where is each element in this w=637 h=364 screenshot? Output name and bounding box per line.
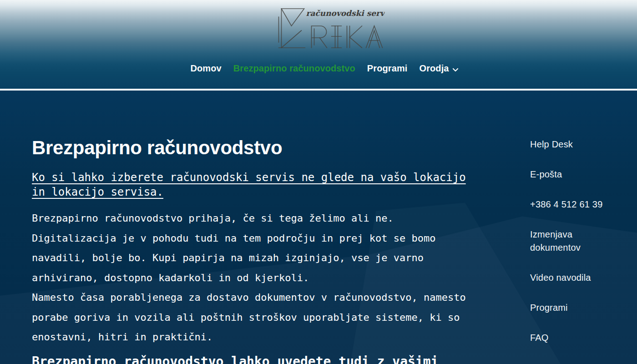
sidebar-link-faq[interactable]: FAQ [530, 331, 623, 344]
body-paragraphs: Brezpapirno računovodstvo prihaja, če si… [32, 208, 470, 347]
nav-item-orodja-label: Orodja [419, 61, 449, 75]
paragraph: Namesto časa porabljenega za dostavo dok… [32, 288, 470, 347]
nav-item-brezpapirno-racunovodstvo[interactable]: Brezpapirno računovodstvo [233, 61, 355, 75]
nav-item-programi[interactable]: Programi [367, 61, 408, 75]
paragraph: Brezpapirno računovodstvo prihaja, če si… [32, 208, 470, 288]
sidebar-link-video-navodila[interactable]: Video navodila [530, 271, 623, 284]
erika-logo-graphic: računovodski servis [278, 3, 385, 49]
sidebar-link-programi[interactable]: Programi [530, 301, 623, 314]
sidebar-link-help-desk[interactable]: Help Desk [530, 138, 623, 151]
sidebar-link-e-posta[interactable]: E-pošta [530, 168, 623, 181]
sidebar-links: Help Desk E-pošta +386 4 512 61 39 Izmen… [530, 138, 623, 361]
sidebar-link-izmenjava-dokumentov[interactable]: Izmenjava dokumentov [530, 228, 623, 254]
page-header: računovodski servis Domov Brezpapirno ra… [0, 0, 637, 89]
chevron-down-icon [452, 62, 459, 76]
nav-item-domov[interactable]: Domov [190, 61, 221, 75]
logo[interactable]: računovodski servis [278, 3, 385, 49]
article-content: Brezpapirno računovodstvo Ko si lahko iz… [32, 137, 470, 364]
page-title: Brezpapirno računovodstvo [32, 137, 470, 158]
main-navigation: Domov Brezpapirno računovodstvo Programi… [6, 61, 637, 76]
nav-item-orodja[interactable]: Orodja [419, 61, 458, 76]
logo-script-text: računovodski servis [306, 9, 385, 18]
section-heading-cutoff: Brezpapirno računovodstvo lahko uvedete … [32, 353, 470, 364]
sidebar-link-phone[interactable]: +386 4 512 61 39 [530, 198, 623, 211]
main-section: Brezpapirno računovodstvo Ko si lahko iz… [0, 91, 637, 364]
lead-underlined-text: Ko si lahko izberete računovodski servis… [32, 170, 470, 199]
